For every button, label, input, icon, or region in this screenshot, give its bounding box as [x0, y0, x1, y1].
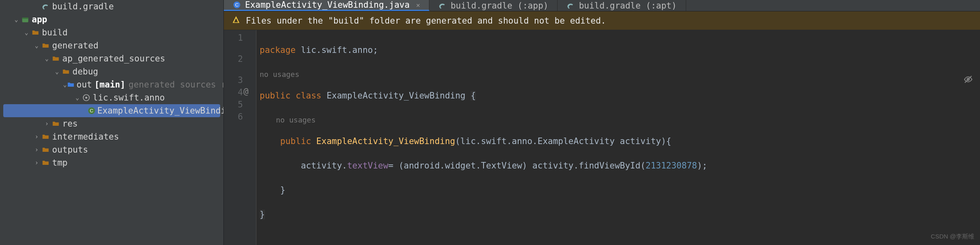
- warning-text: Files under the "build" folder are gener…: [246, 16, 606, 26]
- tree-item-app[interactable]: ⌄ app: [0, 13, 223, 26]
- tree-label: tmp: [52, 158, 68, 168]
- inlay-hint: no usages: [260, 114, 707, 123]
- tree-label: ExampleActivity_ViewBinding: [97, 106, 224, 116]
- folder-icon: [41, 133, 50, 141]
- svg-text:C: C: [235, 2, 238, 7]
- tab-gradle-apt[interactable]: build.gradle (:apt): [558, 0, 686, 11]
- project-tree[interactable]: build.gradle ⌄ app ⌄ build ⌄ generated ⌄…: [0, 0, 224, 245]
- chevron-down-icon: ⌄: [73, 94, 81, 101]
- folder-icon: [41, 42, 50, 50]
- folder-icon: [61, 68, 71, 76]
- tree-label: generated: [52, 41, 98, 50]
- brace: }: [260, 210, 265, 219]
- tree-label-dim: generated sources root: [129, 80, 224, 90]
- svg-rect-8: [236, 19, 236, 21]
- gutter: 1 2 3 4 5 6: [224, 30, 256, 245]
- line-number: 3: [224, 74, 243, 86]
- module-icon: [20, 15, 30, 24]
- number: 2131230878: [645, 161, 697, 171]
- chevron-down-icon: ⌄: [63, 81, 67, 88]
- inlay-hint: no usages: [260, 68, 707, 77]
- line-number: 6: [224, 111, 243, 123]
- class-icon: C: [233, 1, 241, 9]
- tab-gradle-app[interactable]: build.gradle (:app): [429, 0, 558, 11]
- kw: package: [260, 45, 296, 55]
- warning-icon: [232, 15, 240, 26]
- ctor-name: ExampleActivity_ViewBinding: [316, 136, 455, 146]
- chevron-down-icon: ⌄: [22, 29, 31, 36]
- code-content[interactable]: package lic.swift.anno; no usages public…: [256, 30, 707, 245]
- chevron-down-icon: ⌄: [43, 55, 51, 62]
- chevron-down-icon: ⌄: [12, 16, 20, 23]
- chevron-right-icon: ›: [33, 146, 41, 153]
- tree-item-generated[interactable]: ⌄ generated: [0, 39, 223, 52]
- eye-off-icon[interactable]: [964, 75, 973, 87]
- brace: }: [280, 185, 286, 195]
- gutter-spacer: [224, 44, 243, 53]
- tab-active[interactable]: C ExampleActivity_ViewBinding.java ✕: [224, 0, 429, 11]
- tree-item-out[interactable]: ⌄ out [main] generated sources root: [0, 78, 223, 91]
- chevron-right-icon: ›: [33, 159, 41, 166]
- kw: public: [280, 136, 311, 146]
- editor-tabs: C ExampleActivity_ViewBinding.java ✕ bui…: [224, 0, 980, 11]
- tree-label: outputs: [52, 145, 88, 155]
- kw: public: [260, 91, 291, 101]
- tree-item-package[interactable]: ⌄ lic.swift.anno: [0, 91, 223, 104]
- tree-label: out: [77, 80, 92, 90]
- code-text: activity.: [301, 161, 347, 171]
- chevron-down-icon: ⌄: [33, 42, 41, 49]
- field: textView: [347, 161, 388, 171]
- svg-text:C: C: [90, 108, 93, 113]
- code-text: lic.swift.anno;: [296, 45, 378, 55]
- chevron-right-icon: ›: [33, 133, 41, 140]
- tree-label: debug: [72, 67, 98, 77]
- close-icon[interactable]: ✕: [416, 1, 420, 9]
- tree-label: build: [42, 28, 68, 37]
- watermark: CSDN @李斯维: [931, 230, 974, 243]
- line-number: 2: [224, 53, 243, 65]
- code-text: = (android.widget.TextView) activity.fin…: [388, 161, 645, 171]
- svg-rect-9: [236, 22, 236, 22]
- code-text: );: [697, 161, 707, 171]
- gradle-icon: [41, 2, 50, 11]
- class-name: ExampleActivity_ViewBinding: [326, 91, 465, 101]
- gutter-spacer: [224, 65, 243, 74]
- brace: {: [470, 91, 476, 101]
- tree-label: build.gradle: [52, 2, 114, 11]
- override-icon[interactable]: @: [243, 85, 249, 98]
- tree-item-build[interactable]: ⌄ build: [0, 26, 223, 39]
- warning-banner: Files under the "build" folder are gener…: [224, 11, 980, 30]
- tree-item-debug[interactable]: ⌄ debug: [0, 65, 223, 78]
- folder-icon: [41, 159, 50, 167]
- tree-item-build-gradle[interactable]: build.gradle: [0, 0, 223, 13]
- folder-icon: [41, 146, 50, 154]
- line-number: 5: [224, 98, 243, 111]
- tab-label: build.gradle (:apt): [579, 1, 676, 11]
- tree-item-intermediates[interactable]: › intermediates: [0, 130, 223, 143]
- tab-label: build.gradle (:app): [451, 1, 548, 11]
- chevron-down-icon: ⌄: [53, 68, 61, 75]
- line-number: 1: [224, 32, 243, 44]
- gradle-icon: [438, 2, 446, 10]
- line-number: 4: [224, 86, 243, 98]
- folder-icon: [31, 28, 40, 37]
- tree-item-tmp[interactable]: › tmp: [0, 156, 223, 169]
- tree-label: app: [32, 15, 47, 24]
- tree-item-outputs[interactable]: › outputs: [0, 143, 223, 156]
- tree-label: res: [62, 119, 78, 129]
- tree-item-class-selected[interactable]: C ExampleActivity_ViewBinding: [3, 104, 220, 117]
- folder-icon: [51, 120, 61, 128]
- tree-label-bold: [main]: [94, 80, 125, 90]
- source-root-icon: [67, 81, 75, 89]
- tab-label: ExampleActivity_ViewBinding.java: [245, 0, 410, 10]
- svg-rect-1: [22, 18, 28, 19]
- class-icon: C: [88, 107, 96, 115]
- tree-label: intermediates: [52, 132, 119, 142]
- chevron-right-icon: ›: [43, 120, 51, 127]
- tree-item-res[interactable]: › res: [0, 117, 223, 130]
- code-editor[interactable]: 1 2 3 4 5 6 @ package lic.swift.anno; no…: [224, 30, 980, 245]
- folder-icon: [51, 55, 61, 63]
- editor-area: C ExampleActivity_ViewBinding.java ✕ bui…: [224, 0, 980, 245]
- tree-item-ap-generated[interactable]: ⌄ ap_generated_sources: [0, 52, 223, 65]
- kw: class: [296, 91, 322, 101]
